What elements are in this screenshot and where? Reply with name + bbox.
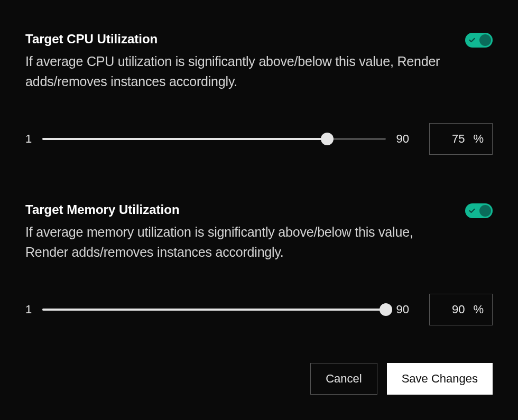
cpu-title: Target CPU Utilization: [25, 32, 448, 46]
cpu-slider-thumb[interactable]: [321, 133, 334, 145]
cpu-toggle[interactable]: [465, 33, 493, 48]
cpu-slider-fill: [42, 138, 327, 140]
memory-slider-fill: [42, 309, 385, 311]
memory-description: If average memory utilization is signifi…: [25, 222, 448, 262]
cpu-value-number: 75: [430, 132, 467, 146]
memory-slider-max: 90: [396, 303, 409, 316]
cpu-value-unit: %: [473, 132, 492, 146]
save-changes-button[interactable]: Save Changes: [387, 363, 493, 395]
cpu-description: If average CPU utilization is significan…: [25, 52, 448, 91]
toggle-knob: [479, 34, 491, 46]
memory-slider-thumb[interactable]: [380, 303, 392, 316]
memory-utilization-section: Target Memory Utilization If average mem…: [25, 202, 493, 325]
cancel-button[interactable]: Cancel: [310, 363, 377, 395]
memory-slider-min: 1: [25, 303, 32, 316]
memory-title: Target Memory Utilization: [25, 202, 448, 217]
memory-value-unit: %: [473, 303, 492, 316]
memory-slider[interactable]: [42, 309, 385, 311]
memory-toggle[interactable]: [465, 203, 493, 218]
memory-value-number: 90: [430, 303, 467, 316]
memory-value-input[interactable]: 90 %: [429, 294, 493, 325]
cpu-slider[interactable]: [42, 138, 385, 140]
action-buttons: Cancel Save Changes: [310, 363, 493, 395]
check-icon: [469, 37, 475, 43]
toggle-knob: [479, 205, 491, 217]
cpu-slider-max: 90: [396, 132, 409, 146]
cpu-utilization-section: Target CPU Utilization If average CPU ut…: [25, 32, 493, 155]
cpu-slider-min: 1: [25, 132, 32, 146]
cpu-value-input[interactable]: 75 %: [429, 123, 493, 155]
check-icon: [469, 208, 475, 214]
